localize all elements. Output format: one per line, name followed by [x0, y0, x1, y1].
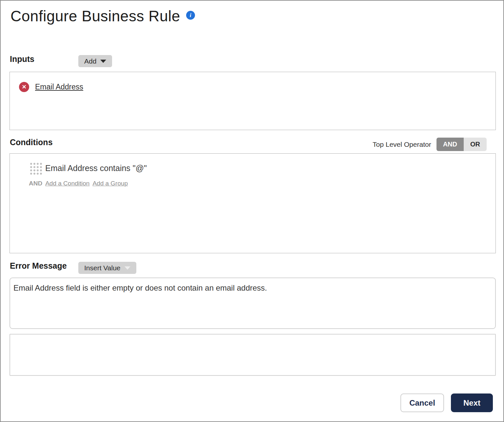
next-button[interactable]: Next: [451, 393, 493, 412]
conditions-panel: Email Address contains "@" AND Add a Con…: [10, 153, 496, 253]
error-message-section-label: Error Message: [10, 261, 67, 271]
page-title: Configure Business Rule: [10, 7, 180, 25]
input-item: ✕ Email Address: [19, 82, 83, 92]
inputs-section-label: Inputs: [10, 54, 34, 64]
add-input-button[interactable]: Add: [78, 55, 112, 67]
add-input-button-label: Add: [84, 57, 96, 65]
input-item-link[interactable]: Email Address: [35, 83, 83, 91]
insert-value-button-label: Insert Value: [84, 264, 121, 272]
operator-or-toggle[interactable]: OR: [464, 138, 487, 151]
condition-and-label: AND: [29, 180, 42, 187]
top-level-operator-group: Top Level Operator AND OR: [373, 138, 487, 151]
title-row: Configure Business Rule i: [10, 7, 195, 25]
top-level-operator-toggle: AND OR: [436, 138, 487, 151]
condition-row: Email Address contains "@": [29, 162, 147, 175]
top-level-operator-label: Top Level Operator: [373, 141, 431, 148]
delete-input-icon[interactable]: ✕: [19, 82, 29, 92]
add-condition-link[interactable]: Add a Condition: [45, 180, 89, 187]
cancel-button[interactable]: Cancel: [400, 393, 444, 412]
condition-text[interactable]: Email Address contains "@": [45, 163, 147, 173]
secondary-empty-box[interactable]: [10, 334, 496, 376]
chevron-down-icon: [100, 60, 106, 63]
operator-and-toggle[interactable]: AND: [436, 138, 464, 151]
inputs-panel: ✕ Email Address: [10, 72, 496, 130]
error-message-textarea[interactable]: Email Address field is either empty or d…: [10, 278, 496, 329]
chevron-down-icon: [125, 266, 130, 270]
conditions-section-label: Conditions: [10, 138, 53, 147]
add-group-link[interactable]: Add a Group: [92, 180, 128, 187]
drag-handle-icon[interactable]: [29, 162, 42, 175]
condition-links-row: AND Add a Condition Add a Group: [29, 180, 128, 187]
configure-business-rule-dialog: Configure Business Rule i Inputs Add ✕ E…: [0, 0, 504, 422]
info-icon[interactable]: i: [186, 11, 195, 20]
insert-value-button[interactable]: Insert Value: [78, 262, 136, 274]
